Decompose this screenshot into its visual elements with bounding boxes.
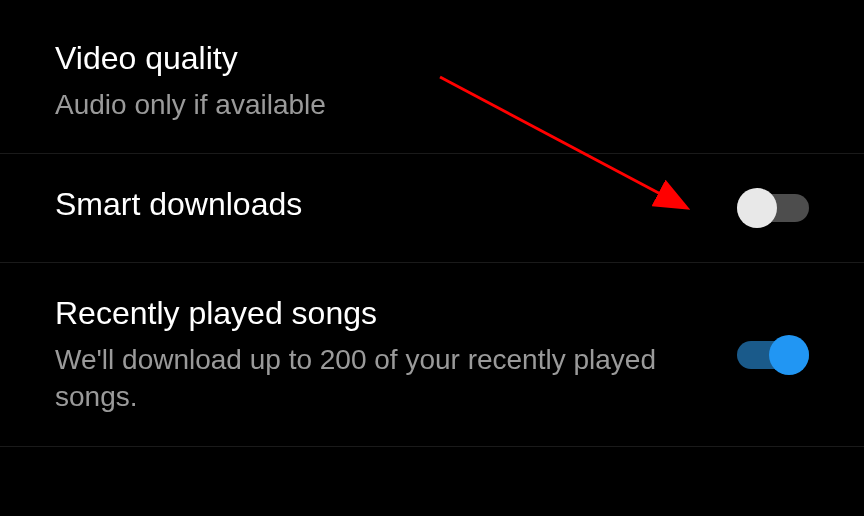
toggle-smart-downloads[interactable]	[737, 188, 809, 228]
setting-row-video-quality[interactable]: Video quality Audio only if available	[0, 0, 864, 154]
setting-row-recently-played[interactable]: Recently played songs We'll download up …	[0, 263, 864, 447]
setting-text: Recently played songs We'll download up …	[55, 293, 737, 416]
setting-row-smart-downloads[interactable]: Smart downloads	[0, 154, 864, 263]
setting-subtitle-video-quality: Audio only if available	[55, 86, 769, 124]
toggle-thumb	[769, 335, 809, 375]
toggle-recently-played[interactable]	[737, 335, 809, 375]
setting-subtitle-recently-played: We'll download up to 200 of your recentl…	[55, 341, 697, 417]
setting-text: Video quality Audio only if available	[55, 38, 809, 123]
setting-title-video-quality: Video quality	[55, 38, 769, 80]
toggle-thumb	[737, 188, 777, 228]
setting-title-smart-downloads: Smart downloads	[55, 184, 697, 226]
settings-list: Video quality Audio only if available Sm…	[0, 0, 864, 447]
setting-title-recently-played: Recently played songs	[55, 293, 697, 335]
setting-text: Smart downloads	[55, 184, 737, 232]
